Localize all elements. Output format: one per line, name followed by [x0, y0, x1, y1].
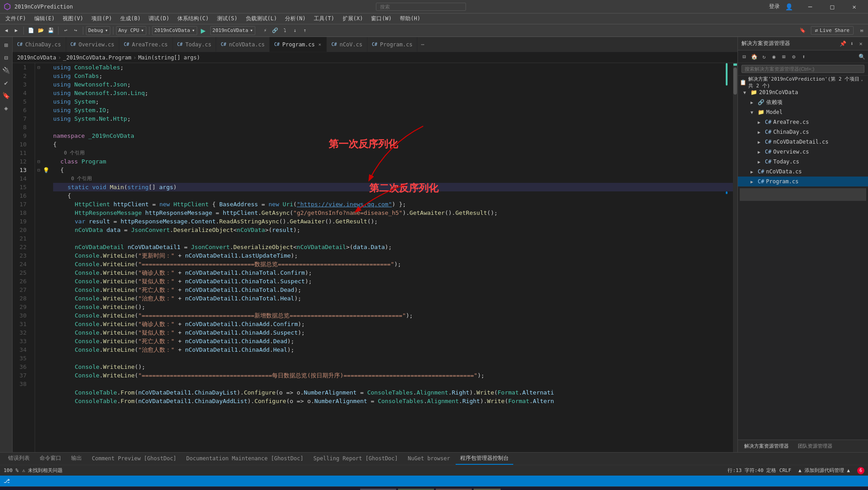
code-content[interactable]: using ConsoleTables; using ConTabs; usin…: [50, 63, 733, 452]
platform-dropdown[interactable]: Any CPU ▾: [116, 26, 146, 35]
se-collapse-button[interactable]: ⊟: [740, 52, 749, 61]
program-expand-icon[interactable]: ▶: [750, 179, 756, 184]
bottom-tab-nuget[interactable]: NuGet browser: [403, 454, 455, 464]
menu-edit[interactable]: 编辑(E): [31, 14, 59, 23]
step-into-button[interactable]: ↓: [290, 26, 299, 35]
breadcrumb-project[interactable]: 2019nCoVData: [17, 54, 56, 61]
step-over-button[interactable]: ⤵: [280, 26, 289, 35]
run-button[interactable]: ▶: [199, 27, 208, 34]
taskbar-search[interactable]: 🔍: [22, 488, 38, 490]
bookmark-button[interactable]: 🔖: [798, 26, 807, 35]
performance-button[interactable]: ⚡: [261, 26, 270, 35]
collapse-class2[interactable]: ⊟: [35, 157, 42, 166]
menu-project[interactable]: 项目(P): [88, 14, 116, 23]
team-explorer-icon[interactable]: ⊟: [1, 52, 12, 63]
bottom-tab-doc-maintenance[interactable]: Documentation Maintenance [GhostDoc]: [182, 454, 308, 464]
menu-build[interactable]: 生成(B): [117, 14, 145, 23]
feedback-button[interactable]: ✉: [857, 26, 866, 35]
project-expand-icon[interactable]: ▼: [743, 90, 749, 95]
tree-ncovdata[interactable]: ▶ C# nCoVData.cs: [738, 167, 868, 177]
menu-arch[interactable]: 体系结构(C): [174, 14, 212, 23]
tab-program-close[interactable]: ✕: [317, 41, 322, 47]
dependencies-expand-icon[interactable]: ▶: [750, 100, 756, 105]
tree-areatree[interactable]: ▶ C# AreaTree.cs: [738, 117, 868, 127]
se-filter-button[interactable]: ⊞: [779, 52, 788, 61]
tab-chinaday[interactable]: C# ChinaDay.cs: [13, 37, 66, 52]
se-tab-team-explorer[interactable]: 团队资源管理器: [793, 441, 837, 451]
se-pin-icon[interactable]: 📌: [839, 40, 846, 47]
menu-extensions[interactable]: 扩展(X): [339, 14, 367, 23]
menu-loadtest[interactable]: 负载测试(L): [242, 14, 281, 23]
se-open-button[interactable]: ⬆: [799, 52, 808, 61]
se-properties-button[interactable]: ⚙: [789, 52, 798, 61]
new-button[interactable]: 📄: [27, 26, 36, 35]
overview-expand-icon[interactable]: ▶: [758, 150, 763, 154]
se-show-all-button[interactable]: ◉: [769, 52, 778, 61]
status-branch[interactable]: ⎇: [4, 478, 12, 484]
bottom-tab-output[interactable]: 输出: [67, 453, 86, 465]
tree-solution[interactable]: 📋 解决方案'2019nCoVPrediction'(第 2 个项目，共 2 个…: [738, 77, 868, 87]
add-to-source[interactable]: ▲ 添加到源代码管理 ▲: [799, 467, 850, 474]
notification-count[interactable]: 6: [857, 467, 864, 474]
model-expand-icon[interactable]: ▼: [750, 110, 756, 115]
se-arrow-icon[interactable]: ⬇: [848, 40, 855, 47]
tree-ncovdatadetail[interactable]: ▶ C# nCoVDataDetail.cs: [738, 137, 868, 147]
test-explorer-icon[interactable]: ✔: [1, 77, 12, 88]
undo-button[interactable]: ↩: [61, 26, 70, 35]
zoom-value[interactable]: 100 %: [4, 467, 18, 473]
tree-model-folder[interactable]: ▼ 📁 Model: [738, 107, 868, 117]
chinaday-expand-icon[interactable]: ▶: [758, 130, 763, 135]
open-button[interactable]: 📂: [36, 26, 45, 35]
bottom-tab-comment-preview[interactable]: Comment Preview [GhostDoc]: [87, 454, 181, 464]
collapse-class[interactable]: [35, 132, 42, 140]
taskbar-start[interactable]: ⊞: [4, 488, 20, 490]
bottom-tab-errors[interactable]: 错误列表: [4, 453, 34, 465]
hint-13[interactable]: 💡: [42, 166, 50, 174]
se-home-button[interactable]: 🏠: [750, 52, 759, 61]
taskbar-thumb-4[interactable]: [474, 489, 501, 490]
run-target-dropdown[interactable]: 2019nCoVData ▾: [210, 26, 255, 35]
bottom-tab-package-manager[interactable]: 程序包管理器控制台: [456, 453, 513, 465]
se-refresh-button[interactable]: ↻: [760, 52, 769, 61]
branch-status[interactable]: ⚠ 未找到相关问题: [22, 467, 63, 474]
menu-analyze[interactable]: 分析(N): [281, 14, 309, 23]
close-button[interactable]: ✕: [844, 0, 864, 14]
ncovdatadetail-expand-icon[interactable]: ▶: [758, 140, 763, 145]
code-editor[interactable]: 1 2 3 4 5 6 7 8 9 10 11 12 13 14 15 16 1…: [13, 63, 737, 452]
bottom-tab-command[interactable]: 命令窗口: [35, 453, 66, 465]
redo-button[interactable]: ↪: [71, 26, 80, 35]
collapse-main[interactable]: ⊟: [35, 166, 42, 174]
back-button[interactable]: ◀: [2, 26, 11, 35]
minimize-button[interactable]: ─: [800, 0, 820, 14]
se-search-icon[interactable]: 🔍: [857, 52, 866, 61]
tree-chinaday[interactable]: ▶ C# ChinaDay.cs: [738, 127, 868, 137]
menu-window[interactable]: 窗口(W): [367, 14, 395, 23]
tree-overview[interactable]: ▶ C# Overview.cs: [738, 147, 868, 157]
ncovdata-expand-icon[interactable]: ▶: [750, 169, 756, 174]
taskbar-thumb-2[interactable]: [398, 489, 434, 490]
se-search-input[interactable]: [741, 65, 864, 73]
areatree-expand-icon[interactable]: ▶: [758, 120, 763, 125]
taskbar-vs[interactable]: ⬡: [56, 488, 72, 490]
tab-ncovdata[interactable]: C# nCoVData.cs: [216, 37, 270, 52]
menu-help[interactable]: 帮助(H): [396, 14, 424, 23]
menu-view[interactable]: 视图(V): [59, 14, 87, 23]
collapse-ns[interactable]: ⊟: [35, 63, 42, 72]
tree-program[interactable]: ▶ C# Program.cs: [738, 177, 868, 186]
tab-areatree[interactable]: C# AreaTree.cs: [119, 37, 173, 52]
scrollbar-thumb[interactable]: [733, 68, 737, 95]
tab-program-active[interactable]: C# Program.cs ✕: [270, 37, 327, 52]
maximize-button[interactable]: □: [822, 0, 842, 14]
save-all-button[interactable]: 💾: [46, 26, 55, 35]
se-tab-solution-explorer[interactable]: 解决方案资源管理器: [740, 441, 793, 451]
today-expand-icon[interactable]: ▶: [758, 159, 763, 164]
login-text[interactable]: 登录: [769, 3, 780, 10]
tab-today[interactable]: C# Today.cs: [173, 37, 217, 52]
tree-dependencies[interactable]: ▶ 🔗 依赖项: [738, 97, 868, 107]
menu-file[interactable]: 文件(F): [2, 14, 30, 23]
tab-ncov[interactable]: C# nCoV.cs: [327, 37, 367, 52]
bottom-tab-spelling[interactable]: Spelling Report [GhostDoc]: [309, 454, 402, 464]
liveshare-button[interactable]: ⇄ Live Share: [811, 26, 854, 35]
se-close-icon[interactable]: ✕: [857, 40, 864, 47]
breadcrumb-method[interactable]: Main(string[] args): [138, 54, 200, 61]
